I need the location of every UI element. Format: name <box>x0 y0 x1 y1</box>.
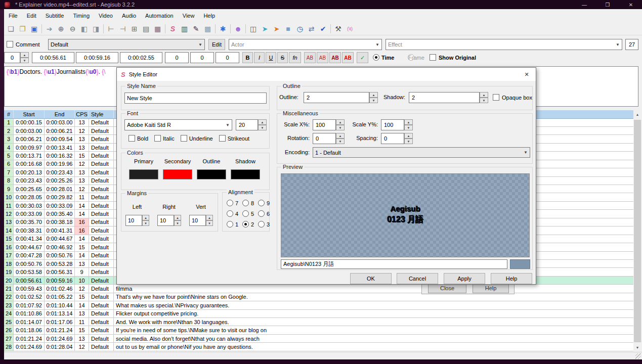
cell-start[interactable]: 0:00:28.05 <box>14 193 45 201</box>
styles-manager-help-button[interactable]: Help <box>473 283 509 293</box>
italic-button[interactable]: I <box>254 52 265 63</box>
font-size-input[interactable]: 20 <box>236 119 258 130</box>
cell-num[interactable]: 12 <box>4 210 14 217</box>
cell-start[interactable]: 0:01:24.69 <box>14 343 45 350</box>
cell-end[interactable]: 0:01:13.14 <box>45 310 75 317</box>
cell-start[interactable]: 0:00:44.67 <box>14 243 45 251</box>
cell-num[interactable]: 3 <box>4 135 14 143</box>
cell-num[interactable]: 2 <box>4 127 14 134</box>
menu-help[interactable]: Help <box>199 10 220 21</box>
cell-style[interactable]: Default <box>89 144 114 151</box>
col-header-end[interactable]: End <box>45 110 75 118</box>
cell-start[interactable]: 0:01:14.07 <box>14 318 45 326</box>
seek-back-icon[interactable]: ➤ <box>259 23 271 34</box>
cell-num[interactable]: 25 <box>4 318 14 326</box>
grid-scrollbar[interactable]: ▲ ▼ <box>633 110 641 352</box>
cell-end[interactable]: 0:00:50.76 <box>45 252 75 259</box>
cell-end[interactable]: 0:00:28.01 <box>45 185 75 193</box>
cell-end[interactable]: 0:01:24.69 <box>45 335 75 342</box>
cell-num[interactable]: 26 <box>4 326 14 334</box>
margin-vert-stepper[interactable]: ▲▼ <box>206 215 213 226</box>
alignment-9-radio[interactable] <box>258 200 265 206</box>
cell-style[interactable]: Default <box>89 335 114 342</box>
scroll-down-icon[interactable]: ▼ <box>633 343 641 352</box>
col-header-style[interactable]: Style <box>89 110 114 118</box>
cell-num[interactable]: 10 <box>4 193 14 201</box>
open-subtitles-icon[interactable]: ❐ <box>17 23 28 34</box>
cell-end[interactable]: 0:00:56.31 <box>45 268 75 276</box>
mascot-about-icon[interactable]: ☻ <box>232 23 244 34</box>
cell-style[interactable]: Default <box>89 343 114 350</box>
cell-text[interactable]: That's why we have four point\Nnine star… <box>114 293 633 301</box>
scrollbar-thumb[interactable] <box>634 120 641 342</box>
margin-left-input[interactable]: 10 <box>125 215 142 226</box>
cell-num[interactable]: 15 <box>4 235 14 243</box>
alignment-6-radio[interactable] <box>258 210 265 217</box>
cell-cps[interactable]: 12 <box>75 185 89 193</box>
cell-end[interactable]: 0:00:46.92 <box>45 243 75 251</box>
scroll-up-icon[interactable]: ▲ <box>633 110 641 119</box>
maximize-button[interactable]: ❒ <box>600 0 615 9</box>
cell-style[interactable]: Default <box>89 243 114 251</box>
jump-to-icon[interactable]: ➔ <box>44 23 55 34</box>
cell-cps[interactable]: 14 <box>75 252 89 259</box>
col-header-cps[interactable]: CPS <box>75 110 89 118</box>
cell-style[interactable]: Default <box>89 301 114 309</box>
seek-forward-icon[interactable]: ➤ <box>271 23 282 34</box>
cell-end[interactable]: 0:00:29.82 <box>45 193 75 201</box>
resample-resolution-icon[interactable]: ✱ <box>217 23 229 34</box>
start-time-input[interactable]: 0:00:56.61 <box>32 52 74 63</box>
bold-button[interactable]: B <box>242 52 253 63</box>
cell-end[interactable]: 0:00:41.31 <box>45 226 75 234</box>
cell-num[interactable]: 28 <box>4 343 14 350</box>
cell-num[interactable]: 27 <box>4 335 14 342</box>
cell-start[interactable]: 0:00:30.03 <box>14 202 45 209</box>
cell-style[interactable]: Default <box>89 277 114 284</box>
underline-checkbox[interactable] <box>181 135 187 142</box>
zoom-out-icon[interactable]: ⊖ <box>67 23 78 34</box>
outline-color-swatch[interactable] <box>197 169 226 179</box>
cell-style[interactable]: Default <box>89 152 114 159</box>
cell-cps[interactable]: 11 <box>75 318 89 326</box>
cell-num[interactable]: 21 <box>4 285 14 292</box>
style-name-input[interactable]: New Style <box>124 93 267 104</box>
cell-start[interactable]: 0:00:16.68 <box>14 160 45 168</box>
cell-num[interactable]: 7 <box>4 168 14 176</box>
cell-cps[interactable]: 14 <box>75 210 89 217</box>
cell-start[interactable]: 0:01:07.92 <box>14 301 45 309</box>
cell-num[interactable]: 14 <box>4 226 14 234</box>
snap-end-to-video-icon[interactable]: ⊣ <box>117 23 129 34</box>
menu-view[interactable]: View <box>178 10 199 21</box>
cell-style[interactable]: Default <box>89 293 114 301</box>
dialog-close-icon[interactable]: ✕ <box>523 70 531 78</box>
menu-video[interactable]: Video <box>94 10 117 21</box>
cell-style[interactable]: Default <box>89 210 114 217</box>
cell-num[interactable]: 6 <box>4 160 14 168</box>
cell-cps[interactable]: 12 <box>75 343 89 350</box>
cell-end[interactable]: 0:00:35.40 <box>45 210 75 217</box>
save-subtitles-icon[interactable]: ▣ <box>28 23 40 34</box>
cell-style[interactable]: Default <box>89 177 114 185</box>
commit-button[interactable]: ✓ <box>357 52 368 63</box>
cell-style[interactable]: Default <box>89 310 114 317</box>
underline-button[interactable]: U <box>266 52 276 63</box>
cell-start[interactable]: 0:00:06.21 <box>14 135 45 143</box>
primary-color-button[interactable]: AB <box>304 52 316 63</box>
cell-cps[interactable]: 16 <box>75 218 89 226</box>
ok-button[interactable]: OK <box>350 273 392 284</box>
cancel-button[interactable]: Cancel <box>397 273 438 284</box>
margin-right-stepper[interactable]: ▲▼ <box>174 215 181 226</box>
cell-style[interactable]: Default <box>89 285 114 292</box>
margin-vert-input[interactable]: 0 <box>216 52 239 63</box>
cell-style[interactable]: Default <box>89 260 114 267</box>
opaque-box-checkbox[interactable] <box>493 94 499 101</box>
margin-vert-input[interactable]: 10 <box>189 215 206 226</box>
cell-start[interactable]: 0:00:38.31 <box>14 226 45 234</box>
cell-style[interactable]: Default <box>89 218 114 226</box>
table-row[interactable]: 240:01:10.860:01:13.1413DefaultFlicker o… <box>4 310 633 318</box>
menu-file[interactable]: File <box>4 10 22 21</box>
cell-start[interactable]: 0:00:53.58 <box>14 268 45 276</box>
cell-start[interactable]: 0:00:20.13 <box>14 168 45 176</box>
cell-text[interactable]: If you're in need of some tips.\NMake su… <box>114 326 633 334</box>
cell-cps[interactable]: 12 <box>75 127 89 134</box>
